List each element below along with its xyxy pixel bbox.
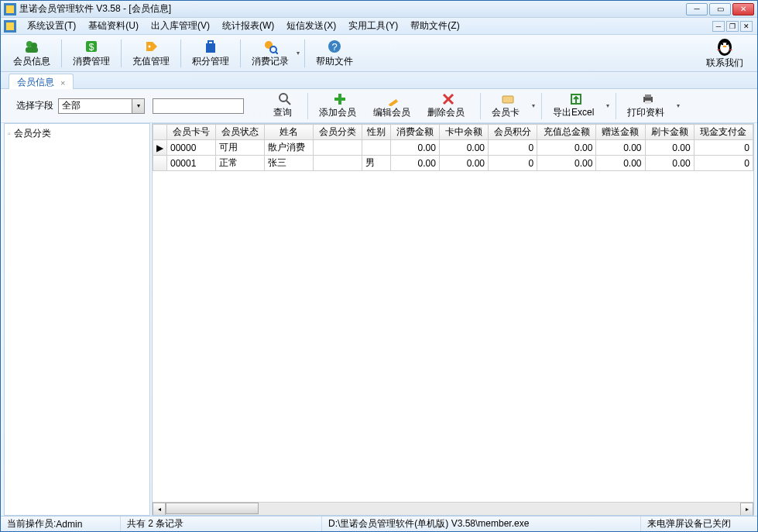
cell-name: 散户消费: [265, 140, 314, 156]
tb-help[interactable]: ? 帮助文件: [308, 37, 361, 70]
scroll-track[interactable]: [166, 503, 740, 516]
mdi-restore-button[interactable]: ❐: [726, 21, 739, 32]
grid-indicator-col: [153, 125, 167, 140]
col-consume-amt[interactable]: 消费金额: [390, 125, 439, 140]
menu-system-settings[interactable]: 系统设置(T): [21, 18, 82, 34]
svg-rect-33: [645, 94, 651, 98]
row-indicator: [153, 156, 167, 171]
btn-edit-member[interactable]: 编辑会员: [367, 91, 421, 121]
scroll-left-button[interactable]: ◂: [153, 503, 166, 516]
btn-export-dropdown[interactable]: ▾: [605, 102, 611, 109]
money-icon: $: [84, 39, 99, 54]
table-row[interactable]: 00001正常张三男0.000.0000.000.000.000: [153, 156, 753, 171]
filter-toolbar: 选择字段 全部 ▾ 查询 添加会员 编辑会员 删除会员: [1, 89, 757, 123]
tb-recharge-mgmt[interactable]: 充值管理: [125, 37, 177, 70]
status-operator: 当前操作员: Admin: [1, 517, 121, 531]
cell-gender: [362, 140, 391, 156]
status-path: D:\里诺会员管理软件(单机版) V3.58\member.exe: [322, 517, 641, 531]
btn-member-card[interactable]: 会员卡: [485, 91, 530, 121]
btn-add-member[interactable]: 添加会员: [313, 91, 367, 121]
menu-utilities[interactable]: 实用工具(Y): [342, 18, 404, 34]
scroll-right-button[interactable]: ▸: [740, 503, 753, 516]
pencil-icon: [387, 92, 401, 106]
cell-consume-amt: 0.00: [390, 156, 439, 171]
cell-gift-amt: 0.00: [596, 140, 645, 156]
scroll-thumb[interactable]: [166, 503, 259, 514]
btn-query[interactable]: 查询: [267, 91, 303, 121]
svg-point-20: [722, 43, 723, 45]
close-button[interactable]: ✕: [732, 3, 754, 15]
svg-rect-1: [6, 5, 14, 13]
grid-header-row: 会员卡号 会员状态 姓名 会员分类 性别 消费金额 卡中余额 会员积分 充值总金…: [153, 125, 753, 140]
tb-member-info[interactable]: 会员信息: [5, 37, 58, 70]
help-icon: ?: [327, 39, 342, 54]
menubar: 系统设置(T) 基础资料(U) 出入库管理(V) 统计报表(W) 短信发送(X)…: [1, 18, 757, 35]
horizontal-scrollbar[interactable]: ◂ ▸: [153, 502, 753, 515]
tab-member-info[interactable]: 会员信息 ×: [9, 74, 74, 89]
cell-card-no: 00000: [167, 140, 216, 156]
app-window: 里诺会员管理软件 V3.58 - [会员信息] ─ ▭ ✕ 系统设置(T) 基础…: [0, 0, 758, 532]
svg-rect-12: [208, 41, 213, 44]
toolbar-separator: [61, 39, 62, 67]
cell-swipe-amt: 0.00: [645, 140, 694, 156]
window-title: 里诺会员管理软件 V3.58 - [会员信息]: [19, 2, 686, 15]
svg-marker-9: [146, 42, 157, 51]
filter-field-combo[interactable]: 全部 ▾: [58, 98, 145, 114]
svg-point-22: [723, 46, 727, 48]
cell-consume-amt: 0.00: [390, 140, 439, 156]
tb-points-mgmt[interactable]: 积分管理: [184, 37, 237, 70]
col-name[interactable]: 姓名: [265, 125, 314, 140]
tb-consume-log-dropdown[interactable]: ▾: [295, 44, 301, 63]
btn-print-dropdown[interactable]: ▾: [675, 102, 681, 109]
col-status[interactable]: 会员状态: [216, 125, 265, 140]
cell-balance: 0.00: [439, 140, 488, 156]
combo-dropdown-icon[interactable]: ▾: [132, 99, 144, 113]
col-swipe-amt[interactable]: 刷卡金额: [645, 125, 694, 140]
plus-icon: [333, 92, 347, 106]
tb-contact-us[interactable]: 联系我们: [706, 36, 753, 70]
mdi-minimize-button[interactable]: ─: [712, 21, 725, 32]
cell-recharge-total: 0.00: [537, 140, 596, 156]
btn-member-card-dropdown[interactable]: ▾: [530, 102, 537, 109]
statusbar: 当前操作员: Admin 共有 2 条记录 D:\里诺会员管理软件(单机版) V…: [1, 516, 757, 531]
tree-root-node[interactable]: 会员分类: [8, 127, 146, 140]
col-gift-amt[interactable]: 赠送金额: [596, 125, 645, 140]
table-row[interactable]: ▶00000可用散户消费0.000.0000.000.000.000: [153, 140, 753, 156]
status-popup-device: 来电弹屏设备已关闭: [641, 517, 757, 531]
btn-export-excel[interactable]: 导出Excel: [547, 91, 605, 121]
tag-icon: [143, 39, 159, 54]
filter-search-input[interactable]: [153, 98, 244, 114]
menu-reports[interactable]: 统计报表(W): [216, 18, 280, 34]
toolbar-separator: [307, 93, 308, 119]
btn-print[interactable]: 打印资料: [621, 91, 675, 121]
svg-rect-6: [26, 47, 38, 53]
cell-status: 可用: [216, 140, 265, 156]
svg-text:$: $: [89, 42, 94, 53]
menu-inventory[interactable]: 出入库管理(V): [145, 18, 216, 34]
svg-line-24: [286, 101, 290, 105]
col-category[interactable]: 会员分类: [314, 125, 362, 140]
col-card-no[interactable]: 会员卡号: [167, 125, 216, 140]
tb-consume-mgmt[interactable]: $ 消费管理: [65, 37, 118, 70]
col-cash-pay[interactable]: 现金支付金: [694, 125, 753, 140]
minimize-button[interactable]: ─: [686, 3, 708, 15]
menu-sms[interactable]: 短信发送(X): [280, 18, 342, 34]
tb-consume-log[interactable]: 消费记录: [244, 37, 297, 70]
mdi-close-button[interactable]: ✕: [740, 21, 753, 32]
btn-delete-member[interactable]: 删除会员: [421, 91, 475, 121]
member-grid: 会员卡号 会员状态 姓名 会员分类 性别 消费金额 卡中余额 会员积分 充值总金…: [152, 123, 754, 516]
col-points[interactable]: 会员积分: [488, 125, 537, 140]
toolbar-separator: [180, 39, 181, 67]
col-recharge-total[interactable]: 充值总金额: [537, 125, 596, 140]
category-sidebar: 会员分类: [4, 123, 150, 516]
tab-close-icon[interactable]: ×: [60, 78, 65, 88]
col-balance[interactable]: 卡中余额: [439, 125, 488, 140]
toolbar-separator: [616, 93, 616, 119]
col-gender[interactable]: 性别: [362, 125, 391, 140]
svg-point-23: [280, 94, 287, 101]
maximize-button[interactable]: ▭: [709, 3, 731, 15]
toolbar-separator: [240, 39, 241, 67]
export-icon: [569, 92, 583, 106]
menu-help[interactable]: 帮助文件(Z): [404, 18, 465, 34]
menu-basic-data[interactable]: 基础资料(U): [82, 18, 145, 34]
